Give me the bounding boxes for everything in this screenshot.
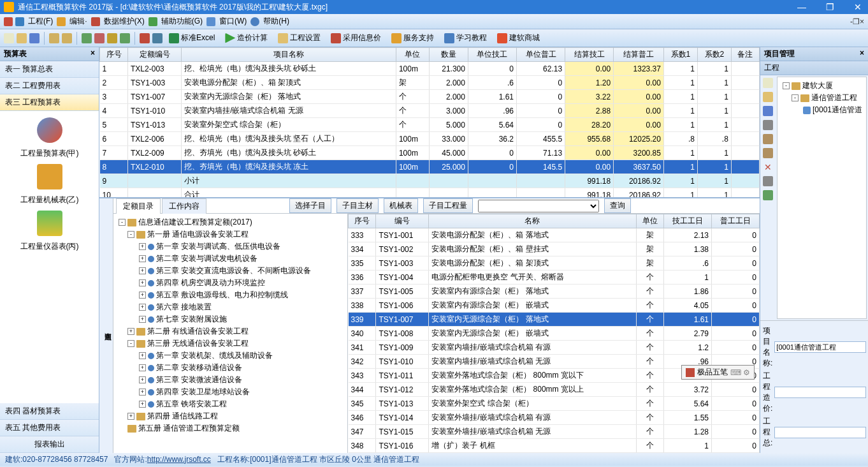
instrument-icon[interactable]: [37, 211, 62, 236]
ime-bar[interactable]: 极品五笔 ⌨ ⚙: [681, 365, 755, 380]
col-header[interactable]: 单位: [396, 48, 429, 62]
item-material-button[interactable]: 子目主材: [336, 198, 379, 213]
mall-button[interactable]: 建软商城: [493, 31, 544, 45]
menu-window[interactable]: 窗口(W): [215, 16, 250, 27]
menu-icon[interactable]: [4, 17, 13, 26]
tab-budget[interactable]: 表三 工程预算表: [0, 94, 99, 111]
table-row[interactable]: 346TSY1-014安装室外墙挂/嵌墙式综合机箱 有源个 1.550: [349, 411, 760, 425]
table-row[interactable]: 8TXL2-010挖、夯填光（电）缆沟及接头坑 冻土100m 25.000014…: [100, 160, 760, 174]
table-row[interactable]: 337TSY1-005安装室内有源综合架（柜） 落地式个 1.860: [349, 285, 760, 299]
col-header[interactable]: 结算技工: [565, 48, 614, 62]
new-icon[interactable]: [4, 33, 14, 43]
tool-icon[interactable]: [107, 33, 117, 43]
side-icon[interactable]: [763, 120, 773, 130]
learn-button[interactable]: 学习教程: [440, 31, 491, 45]
col-header[interactable]: 定额编号: [128, 48, 182, 62]
proj-set-button[interactable]: 工程设置: [274, 31, 324, 45]
col-header[interactable]: 编号: [376, 214, 429, 228]
tab-report[interactable]: 报表输出: [0, 436, 99, 453]
close-icon[interactable]: ×: [90, 48, 95, 59]
table-row[interactable]: 348TSY1-016增（扩）装子 机框个 10: [349, 439, 760, 453]
tab-catalog[interactable]: 定额目录: [116, 198, 161, 214]
tab-summary[interactable]: 表一 预算总表: [0, 61, 99, 78]
select-item-button[interactable]: 选择子目: [289, 198, 331, 213]
col-header[interactable]: 名称: [429, 214, 637, 228]
menu-project[interactable]: 工程(F): [24, 16, 57, 27]
detail-grid[interactable]: 序号编号名称单位技工工日普工工日 333TSY1-001安装电源分配架（柜）、箱…: [348, 214, 760, 453]
col-header[interactable]: 数量: [429, 48, 468, 62]
col-header[interactable]: 单位技工: [468, 48, 516, 62]
calc-button[interactable]: 造价计算: [221, 31, 271, 45]
table-row[interactable]: 341TSY1-009安装室内墙挂/嵌墙式综合机箱 有源个 1.20: [349, 341, 760, 355]
col-header[interactable]: 单位: [636, 214, 663, 228]
menu-icon[interactable]: [15, 17, 24, 26]
menu-edit[interactable]: 编辑·: [66, 16, 90, 27]
table-row[interactable]: 4TSY1-010安装室内墙挂/嵌墙式综合机箱 无源个 3.000.960 2.…: [100, 104, 760, 118]
side-icon[interactable]: [763, 134, 773, 144]
tool-icon[interactable]: [140, 33, 150, 43]
tab-material[interactable]: 表四 器材预算表: [0, 403, 99, 420]
tab-work[interactable]: 工作内容: [162, 198, 206, 214]
tool-icon[interactable]: [152, 33, 163, 43]
table-row[interactable]: 344TSY1-012安装室外落地式综合架（柜） 800mm 宽以上个 3.72…: [349, 383, 760, 397]
table-row[interactable]: 2TSY1-003安装电源分配架（柜）、箱 架顶式架 2.000.60 1.20…: [100, 76, 760, 90]
adopt-button[interactable]: 采用信息价: [327, 31, 385, 45]
table-row[interactable]: 6TXL2-006挖、松填光（电）缆沟及接头坑 坚石（人工）100m 33.00…: [100, 132, 760, 146]
save-icon[interactable]: [29, 33, 40, 43]
col-header[interactable]: 系数2: [697, 48, 731, 62]
menu-data[interactable]: 数据维护(X): [100, 16, 148, 27]
table-row[interactable]: 5TSY1-013安装室外架空式 综合架（柜）个 5.0005.640 28.2…: [100, 118, 760, 132]
delete-icon[interactable]: ✕: [764, 162, 772, 172]
table-row[interactable]: 3TSY1-007安装室内无源综合架（柜） 落地式个 2.0001.610 3.…: [100, 90, 760, 104]
tool-icon[interactable]: [82, 33, 92, 43]
project-total-input[interactable]: [774, 427, 866, 438]
website-link[interactable]: http://www.jrsoft.cc: [147, 455, 211, 464]
table-row[interactable]: 336TSY1-004电源分配柜带电更换空 气开关、熔断器个 10: [349, 271, 760, 285]
table-row[interactable]: 9小计 991.1820186.92 11: [100, 174, 760, 188]
top-grid[interactable]: 序号定额编号项目名称单位数量单位技工单位普工结算技工结算普工系数1系数2备注 1…: [99, 47, 760, 198]
table-row[interactable]: 340TSY1-008安装室内无源综合架（柜） 嵌墙式个 2.790: [349, 327, 760, 341]
side-icon[interactable]: [763, 92, 773, 102]
mdi-restore[interactable]: ❐: [853, 17, 860, 26]
query-button[interactable]: 查询: [604, 198, 631, 213]
table-row[interactable]: 333TSY1-001安装电源分配架（柜）、箱 落地式架 2.130: [349, 228, 760, 242]
table-row[interactable]: 339TSY1-007安装室内无源综合架（柜） 落地式个 1.610: [349, 313, 760, 327]
side-icon[interactable]: [763, 78, 773, 88]
side-icon[interactable]: [763, 106, 773, 116]
menu-aux[interactable]: 辅助功能(G): [157, 16, 206, 27]
menu-help[interactable]: 帮助(H): [259, 16, 293, 27]
std-excel-button[interactable]: 标准Excel: [165, 31, 219, 45]
redo-icon[interactable]: [62, 33, 72, 43]
table-row[interactable]: 334TSY1-002安装电源分配架（柜）、箱 壁挂式架 1.380: [349, 242, 760, 256]
service-button[interactable]: 服务支持: [387, 31, 438, 45]
machine-table-button[interactable]: 机械表: [384, 198, 418, 213]
table-row[interactable]: 335TSY1-003安装电源分配架（柜）、箱 架顶式架 .60: [349, 256, 760, 271]
project-tree[interactable]: -建软大厦 -通信管道工程 [0001通信管道: [777, 77, 867, 319]
tool-icon[interactable]: [94, 33, 105, 43]
close-icon[interactable]: ×: [860, 48, 864, 59]
col-header[interactable]: 序号: [100, 48, 128, 62]
table-row[interactable]: 1TXL2-003挖、松填光（电）缆沟及接头坑 砂砾土100m 21.30006…: [100, 62, 760, 76]
side-icon[interactable]: [763, 190, 773, 200]
col-header[interactable]: 普工工日: [712, 214, 760, 228]
undo-icon[interactable]: [49, 33, 59, 43]
mdi-close[interactable]: ×: [860, 17, 864, 26]
machine-icon[interactable]: [37, 164, 62, 189]
col-header[interactable]: 技工工日: [664, 214, 712, 228]
table-row[interactable]: 347TSY1-015安装室外墙挂/嵌墙式综合机箱 无源个 1.280: [349, 425, 760, 439]
table-row[interactable]: 10合计 991.1820186.92 11: [100, 188, 760, 199]
tab-other[interactable]: 表五 其他费用表: [0, 420, 99, 436]
col-header[interactable]: 备注: [731, 48, 759, 62]
project-name-input[interactable]: [774, 341, 866, 353]
col-header[interactable]: 单位普工: [517, 48, 565, 62]
minimize-button[interactable]: —: [795, 2, 808, 12]
chart-icon[interactable]: [37, 117, 62, 143]
side-icon[interactable]: [763, 148, 773, 158]
col-header[interactable]: 系数1: [663, 48, 697, 62]
tool-icon[interactable]: [120, 33, 130, 43]
tree-panel[interactable]: - 信息通信建设工程预算定额(2017)- 第一册 通信电源设备安装工程+ 第一…: [113, 214, 348, 453]
close-button[interactable]: ✕: [851, 2, 864, 12]
col-header[interactable]: 序号: [349, 214, 376, 228]
project-cost-input[interactable]: [774, 387, 866, 398]
open-icon[interactable]: [17, 33, 27, 43]
